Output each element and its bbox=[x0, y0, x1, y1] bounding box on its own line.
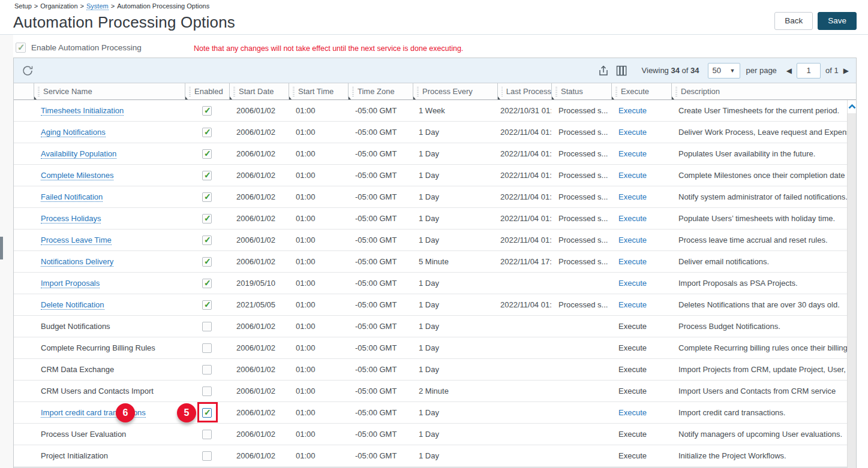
status-cell: Processed s... bbox=[551, 186, 611, 207]
execute-link[interactable]: Execute bbox=[618, 343, 647, 352]
column-drag-grip-icon[interactable] bbox=[675, 87, 677, 96]
column-header-description[interactable]: Description bbox=[671, 83, 856, 99]
service-name-link[interactable]: Process Holidays bbox=[41, 214, 101, 224]
service-name-cell: Process Holidays bbox=[34, 208, 185, 229]
enabled-checkbox[interactable] bbox=[202, 171, 212, 180]
execute-link[interactable]: Execute bbox=[618, 192, 647, 201]
process-every-cell: 5 Minute bbox=[413, 251, 497, 272]
column-drag-grip-icon[interactable] bbox=[555, 87, 557, 96]
service-name-link[interactable]: Timesheets Initialization bbox=[41, 106, 124, 116]
service-name-link[interactable]: Complete Milestones bbox=[41, 171, 113, 180]
service-name-cell: Timesheets Initialization bbox=[34, 100, 185, 121]
enabled-checkbox[interactable] bbox=[202, 387, 212, 396]
start-time-cell: 01:00 bbox=[289, 381, 348, 401]
column-header-execute[interactable]: Execute bbox=[611, 83, 671, 99]
vertical-scrollbar[interactable] bbox=[847, 100, 856, 468]
service-name-link[interactable]: Notifications Delivery bbox=[41, 257, 113, 267]
execute-link[interactable]: Execute bbox=[618, 257, 647, 266]
enabled-checkbox[interactable] bbox=[202, 235, 212, 245]
time-zone-cell: -05:00 GMT bbox=[348, 251, 413, 272]
enabled-checkbox[interactable] bbox=[202, 149, 212, 159]
execute-link[interactable]: Execute bbox=[618, 322, 647, 331]
column-header-service-name[interactable]: Service Name bbox=[34, 83, 185, 99]
execute-link[interactable]: Execute bbox=[618, 171, 647, 180]
column-header-start-date[interactable]: Start Date bbox=[229, 83, 289, 99]
start-time-cell: 01:00 bbox=[289, 165, 348, 186]
execute-link[interactable]: Execute bbox=[618, 128, 647, 137]
scroll-up-icon[interactable] bbox=[848, 100, 856, 113]
column-drag-grip-icon[interactable] bbox=[38, 87, 40, 96]
enabled-cell bbox=[185, 445, 229, 466]
enable-automation-checkbox[interactable] bbox=[16, 43, 26, 53]
execute-link[interactable]: Execute bbox=[618, 408, 647, 417]
enabled-checkbox[interactable] bbox=[202, 128, 212, 137]
prev-page-icon[interactable]: ◀ bbox=[786, 67, 792, 74]
columns-icon[interactable] bbox=[615, 65, 627, 77]
next-page-icon[interactable]: ▶ bbox=[843, 67, 849, 74]
enabled-checkbox[interactable] bbox=[202, 257, 212, 267]
breadcrumb-system-link[interactable]: System bbox=[86, 2, 109, 10]
execute-link[interactable]: Execute bbox=[618, 451, 647, 460]
execute-link[interactable]: Execute bbox=[618, 214, 647, 223]
column-drag-grip-icon[interactable] bbox=[501, 87, 503, 96]
refresh-icon[interactable] bbox=[21, 64, 34, 77]
page-number-input[interactable] bbox=[797, 63, 821, 78]
page-size-select[interactable]: 50 ▼ bbox=[708, 63, 740, 78]
service-name-link[interactable]: Process Leave Time bbox=[41, 235, 112, 245]
execute-cell: Execute bbox=[611, 316, 671, 337]
enabled-checkbox[interactable] bbox=[202, 430, 212, 439]
column-header-status[interactable]: Status bbox=[551, 83, 611, 99]
column-drag-grip-icon[interactable] bbox=[615, 87, 617, 96]
enabled-checkbox[interactable] bbox=[202, 192, 212, 202]
column-header-enabled[interactable]: Enabled bbox=[185, 83, 229, 99]
service-name-link[interactable]: Aging Notifications bbox=[41, 128, 106, 137]
status-cell bbox=[551, 359, 611, 380]
start-date-cell: 2006/01/02 bbox=[229, 165, 289, 186]
execute-link[interactable]: Execute bbox=[618, 235, 647, 244]
service-name-cell: Budget Notifications bbox=[34, 316, 185, 337]
service-name-link[interactable]: Import Proposals bbox=[41, 279, 100, 288]
enabled-checkbox[interactable] bbox=[202, 451, 212, 461]
column-drag-grip-icon[interactable] bbox=[233, 87, 235, 96]
execute-link[interactable]: Execute bbox=[618, 365, 647, 374]
enabled-checkbox[interactable] bbox=[202, 322, 212, 331]
enabled-checkbox[interactable] bbox=[202, 214, 212, 224]
column-header-last-process[interactable]: Last Process bbox=[497, 83, 551, 99]
column-header-start-time[interactable]: Start Time bbox=[289, 83, 348, 99]
enabled-checkbox[interactable] bbox=[202, 343, 212, 353]
service-name-link[interactable]: Failed Notification bbox=[41, 192, 103, 202]
column-header-process-every[interactable]: Process Every bbox=[413, 83, 497, 99]
column-header-time-zone[interactable]: Time Zone bbox=[348, 83, 413, 99]
column-drag-grip-icon[interactable] bbox=[189, 87, 191, 96]
annotation-badge-5: 5 bbox=[177, 403, 196, 422]
back-button[interactable]: Back bbox=[774, 12, 813, 30]
execute-link[interactable]: Execute bbox=[618, 300, 647, 309]
execute-link[interactable]: Execute bbox=[618, 106, 647, 115]
enabled-cell bbox=[185, 316, 229, 337]
enabled-checkbox[interactable] bbox=[202, 106, 212, 116]
execute-link[interactable]: Execute bbox=[618, 149, 647, 158]
enabled-checkbox[interactable] bbox=[202, 365, 212, 375]
enabled-checkbox[interactable] bbox=[202, 279, 212, 288]
execute-link[interactable]: Execute bbox=[618, 430, 647, 439]
enable-automation-label: Enable Automation Processing bbox=[31, 43, 142, 52]
service-name-link[interactable]: Delete Notification bbox=[41, 300, 104, 310]
last-process-cell bbox=[497, 359, 551, 380]
start-time-cell: 01:00 bbox=[289, 100, 348, 121]
process-every-cell: 1 Day bbox=[413, 337, 497, 358]
status-cell bbox=[551, 381, 611, 401]
execute-link[interactable]: Execute bbox=[618, 279, 647, 288]
execute-link[interactable]: Execute bbox=[618, 387, 647, 395]
column-drag-grip-icon[interactable] bbox=[293, 87, 295, 96]
last-process-cell: 2022/11/04 01:00 bbox=[497, 294, 551, 315]
export-icon[interactable] bbox=[597, 65, 609, 77]
column-drag-grip-icon[interactable] bbox=[352, 87, 354, 96]
last-process-cell bbox=[497, 273, 551, 294]
save-button[interactable]: Save bbox=[818, 12, 857, 30]
panel-splitter-handle[interactable] bbox=[0, 237, 3, 259]
description-cell: Process Budget Notifications. bbox=[671, 316, 856, 337]
table-row: Import Proposals2019/05/1001:00-05:00 GM… bbox=[14, 273, 856, 294]
enabled-checkbox[interactable] bbox=[202, 300, 212, 310]
column-drag-grip-icon[interactable] bbox=[417, 87, 419, 96]
service-name-link[interactable]: Availability Population bbox=[41, 149, 116, 159]
